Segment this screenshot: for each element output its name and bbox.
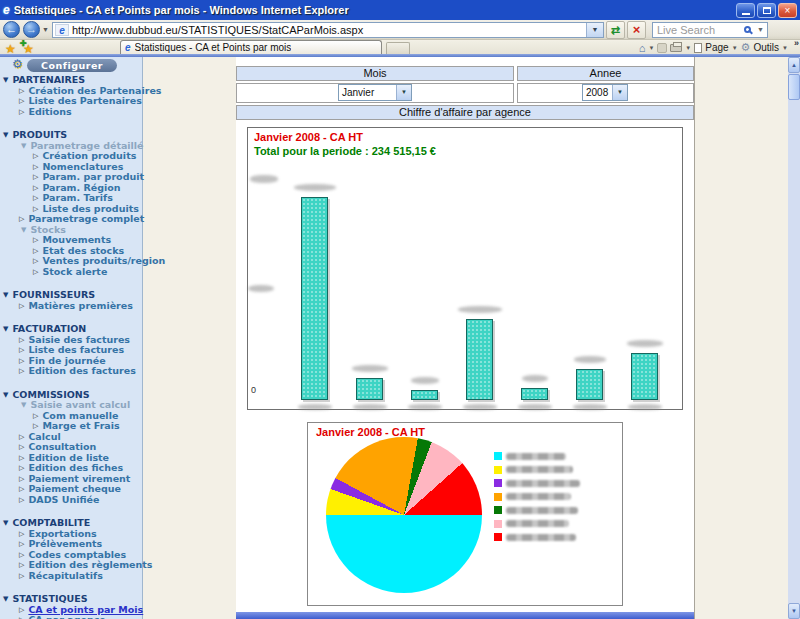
legend-label-redacted: [506, 480, 580, 487]
expand-icon: ▷: [19, 96, 24, 107]
sidebar-item[interactable]: ▷Prélèvements: [0, 539, 142, 550]
legend-color-swatch: [494, 452, 502, 460]
bar-category-label-redacted: [463, 404, 497, 410]
expand-icon: ▷: [33, 411, 38, 422]
sidebar-item[interactable]: ▼COMPTABILITE: [0, 518, 142, 529]
expand-icon: ▷: [19, 529, 24, 540]
forward-button[interactable]: →: [23, 21, 40, 38]
sidebar-item[interactable]: ▷Param. Tarifs: [0, 193, 142, 204]
collapse-icon: ▼: [3, 130, 8, 141]
sidebar-item[interactable]: ▷Param. par produit: [0, 172, 142, 183]
sidebar-item[interactable]: ▷CA par agence: [0, 615, 142, 619]
sidebar-item[interactable]: ▷Récapitulatifs: [0, 571, 142, 582]
collapse-icon: ▼: [3, 75, 8, 86]
annee-select-arrow-icon[interactable]: ▼: [612, 85, 627, 100]
legend-label-redacted: [506, 520, 569, 527]
sidebar-item[interactable]: ▼STATISTIQUES: [0, 594, 142, 605]
vertical-scrollbar[interactable]: ▲ ▼: [788, 57, 800, 619]
sidebar-item-label: DADS Unifiée: [28, 495, 99, 506]
sidebar-item-label: CA par agence: [28, 615, 105, 619]
sidebar-item[interactable]: ▼FACTURATION: [0, 324, 142, 335]
mois-select[interactable]: Janvier ▼: [338, 84, 412, 101]
legend-item: [494, 506, 578, 514]
feeds-icon[interactable]: [657, 43, 667, 53]
sidebar-item[interactable]: ▷Parametrage complet: [0, 214, 142, 225]
scrollbar-thumb[interactable]: [788, 74, 800, 100]
page-menu-button[interactable]: Page: [705, 42, 728, 53]
annee-select[interactable]: 2008 ▼: [582, 84, 628, 101]
bar: [411, 390, 438, 400]
bar-category-label-redacted: [353, 404, 387, 410]
expand-icon: ▷: [33, 421, 38, 432]
expand-icon: ▷: [33, 246, 38, 257]
mois-select-value: Janvier: [339, 87, 396, 98]
scroll-down-icon[interactable]: ▼: [788, 603, 800, 619]
sidebar-item[interactable]: ▷Edition des fiches: [0, 463, 142, 474]
expand-icon: ▷: [19, 335, 24, 346]
sidebar-item[interactable]: ▷Marge et Frais: [0, 421, 142, 432]
new-tab-button[interactable]: [386, 42, 410, 54]
collapse-icon: ▼: [21, 225, 26, 236]
back-button[interactable]: ←: [3, 21, 20, 38]
legend-color-swatch: [494, 479, 502, 487]
sidebar-item[interactable]: ▷DADS Unifiée: [0, 495, 142, 506]
sidebar-item[interactable]: ▷Paiement cheque: [0, 484, 142, 495]
bar: [576, 369, 603, 400]
sidebar-item[interactable]: ▼PRODUITS: [0, 130, 142, 141]
sidebar-item[interactable]: ▷Liste des Partenaires: [0, 96, 142, 107]
address-dropdown-icon[interactable]: ▼: [586, 23, 603, 37]
sidebar-item[interactable]: ▷Ventes produits/region: [0, 256, 142, 267]
bar-chart-total: Total pour la periode : 234 515,15 €: [254, 145, 436, 157]
sidebar-item[interactable]: ▷Matières premières: [0, 301, 142, 312]
annee-column-header: Annee: [517, 66, 694, 81]
expand-icon: ▷: [19, 301, 24, 312]
search-dropdown-icon[interactable]: ▼: [757, 26, 764, 33]
sidebar-item[interactable]: ▼FOURNISSEURS: [0, 290, 142, 301]
tab-title: Statistiques - CA et Points par mois: [135, 42, 292, 53]
sidebar-item[interactable]: ▷Editions: [0, 107, 142, 118]
sidebar-item[interactable]: ▷Edition des règlements: [0, 560, 142, 571]
bar-value-label-redacted: [411, 377, 439, 384]
stop-button[interactable]: ×: [627, 21, 646, 39]
collapse-icon: ▼: [3, 390, 8, 401]
print-icon[interactable]: [670, 44, 682, 52]
page-dropdown-icon[interactable]: ▼: [732, 45, 738, 51]
close-button[interactable]: ×: [778, 3, 797, 18]
home-dropdown-icon[interactable]: ▼: [648, 45, 654, 51]
configure-button[interactable]: ⚙ Configurer: [27, 59, 117, 72]
tools-menu-button[interactable]: Outils: [753, 42, 779, 53]
scroll-up-icon[interactable]: ▲: [788, 57, 800, 73]
toolbar-overflow-chevron[interactable]: »: [794, 38, 799, 48]
bar-category-label-redacted: [518, 404, 552, 410]
tools-dropdown-icon[interactable]: ▼: [782, 45, 788, 51]
history-dropdown-icon[interactable]: ▼: [42, 26, 49, 33]
search-placeholder[interactable]: Live Search: [653, 24, 744, 36]
sidebar-item[interactable]: ▷Stock alerte: [0, 267, 142, 278]
pie-chart: [326, 437, 482, 593]
mois-select-arrow-icon[interactable]: ▼: [396, 85, 411, 100]
sidebar-item-label: PRODUITS: [12, 130, 67, 141]
expand-icon: ▷: [33, 183, 38, 194]
refresh-button[interactable]: ⇄: [606, 21, 625, 39]
sidebar-item[interactable]: ▷Liste des factures: [0, 345, 142, 356]
minimize-button[interactable]: [736, 3, 755, 18]
bar-category-label-redacted: [408, 404, 442, 410]
legend-item: [494, 452, 566, 460]
sidebar-item[interactable]: ▷Consultation: [0, 442, 142, 453]
sidebar-item[interactable]: ▷Mouvements: [0, 235, 142, 246]
print-dropdown-icon[interactable]: ▼: [685, 45, 691, 51]
sidebar-item[interactable]: ▷Création produits: [0, 151, 142, 162]
home-icon[interactable]: ⌂: [639, 42, 646, 54]
legend-item: [494, 520, 569, 528]
sidebar-item-label: Marge et Frais: [42, 421, 119, 432]
search-icon[interactable]: [744, 26, 751, 33]
search-box[interactable]: Live Search ▼: [652, 22, 768, 38]
sidebar-item[interactable]: ▼PARTENAIRES: [0, 75, 142, 86]
address-bar[interactable]: e http://www.dubbud.eu/STATISTIQUES/Stat…: [52, 22, 604, 38]
maximize-button[interactable]: [757, 3, 776, 18]
bar-category-label-redacted: [298, 404, 332, 410]
sidebar-item[interactable]: ▼Saisie avant calcul: [0, 400, 142, 411]
browser-tab[interactable]: e Statistiques - CA et Points par mois: [120, 40, 382, 54]
url-text[interactable]: http://www.dubbud.eu/STATISTIQUES/StatCA…: [72, 24, 586, 36]
sidebar-item[interactable]: ▷Edition des factures: [0, 366, 142, 377]
